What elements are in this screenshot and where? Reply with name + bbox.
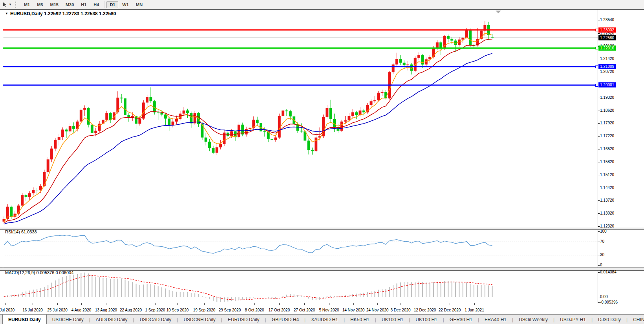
macd-histogram-bar xyxy=(371,291,371,297)
macd-histogram-bar xyxy=(385,289,386,297)
macd-histogram-bar xyxy=(202,296,203,297)
symbol-tab-gbpusd-h4[interactable]: GBPUSD H4 xyxy=(266,315,304,324)
symbol-tab-china300-h1[interactable]: CHINA300 H1 xyxy=(628,315,644,324)
macd-histogram-bar xyxy=(99,277,100,297)
candle-body xyxy=(72,126,75,129)
symbol-tab-xauusd-h1[interactable]: XAUUSD H1 xyxy=(306,315,344,324)
date-axis-tick xyxy=(304,303,305,305)
macd-histogram-bar xyxy=(408,282,408,297)
price-axis-label: 1.14420 xyxy=(600,186,614,190)
macd-histogram-bar xyxy=(492,286,493,297)
price-axis-label: 1.23540 xyxy=(600,18,614,22)
candle-body xyxy=(58,137,60,140)
rsi-axis-label: 0 xyxy=(600,263,602,267)
macd-histogram-bar xyxy=(33,289,34,297)
rsi-axis-label: 100 xyxy=(600,229,607,233)
symbol-tab-uk100-h1[interactable]: UK100 H1 xyxy=(376,315,409,324)
macd-histogram-bar xyxy=(305,297,306,297)
macd-histogram-bar xyxy=(216,297,217,302)
collapse-triangle-icon[interactable]: ▼ xyxy=(5,12,8,15)
candle-body xyxy=(94,131,97,133)
macd-histogram-bar xyxy=(235,297,236,301)
level-line-anchor xyxy=(595,47,598,49)
candle-body xyxy=(50,149,53,160)
price-axis-label: 1.17220 xyxy=(600,134,614,138)
candle-body xyxy=(150,97,152,101)
candle-body xyxy=(36,190,38,190)
price-axis-label: 1.12320 xyxy=(600,224,614,228)
macd-histogram-bar xyxy=(117,278,118,297)
candle-body xyxy=(120,98,123,98)
candle-body xyxy=(417,55,420,58)
chart-shift-marker-icon xyxy=(496,11,501,13)
candle-body xyxy=(399,59,402,62)
date-axis-label: 7 Jul 2020 xyxy=(0,308,15,312)
macd-histogram-bar xyxy=(411,282,412,297)
symbol-tab-eurusd-daily[interactable]: EURUSD Daily xyxy=(222,315,265,324)
price-axis-label: 1.17920 xyxy=(600,121,614,125)
macd-histogram-bar xyxy=(147,284,148,297)
macd-histogram-bar xyxy=(474,285,474,297)
symbol-tab-audusd-daily[interactable]: AUDUSD Daily xyxy=(90,315,133,324)
macd-histogram-bar xyxy=(102,278,103,297)
candle-body xyxy=(32,190,35,193)
macd-indicator-label: MACD(12,26,9) 0.005376 0.006004 xyxy=(5,270,73,275)
macd-histogram-bar xyxy=(22,292,23,297)
macd-histogram-bar xyxy=(396,284,397,297)
price-axis-tick xyxy=(598,149,600,149)
symbol-tab-usoil-weekly[interactable]: USOil Weekly xyxy=(513,315,553,324)
date-axis-label: 10 Sep 2020 xyxy=(166,308,189,312)
candle-body xyxy=(377,93,380,100)
price-chart-canvas[interactable] xyxy=(0,0,644,324)
candle-body xyxy=(333,119,336,127)
date-axis-tick xyxy=(353,303,354,305)
symbol-tab-hk50-h1[interactable]: HK50 H1 xyxy=(345,315,375,324)
price-axis-tick xyxy=(598,98,600,98)
symbol-tab-usdcad-daily[interactable]: USDCAD Daily xyxy=(134,315,177,324)
macd-histogram-bar xyxy=(378,290,379,297)
rsi-axis-label: 70 xyxy=(600,239,604,244)
macd-histogram-bar xyxy=(488,286,489,297)
symbol-tab-usdcnh-daily[interactable]: USDCNH Daily xyxy=(178,315,221,324)
candle-body xyxy=(450,39,453,41)
candle-body xyxy=(340,122,343,131)
macd-histogram-bar xyxy=(477,285,478,297)
candle-body xyxy=(168,118,170,126)
date-axis-label: 22 Aug 2020 xyxy=(120,308,142,312)
symbol-tab-bar: EURUSD DailyUSDCHF Daily|AUDUSD Daily|US… xyxy=(0,314,644,324)
macd-histogram-bar xyxy=(161,287,162,297)
date-axis-tick xyxy=(377,303,378,305)
symbol-tab-ger30-h1[interactable]: GER30 H1 xyxy=(444,315,478,324)
symbol-tab-uk100-h1[interactable]: UK100 H1 xyxy=(410,315,443,324)
macd-histogram-bar xyxy=(283,296,284,297)
candle-body xyxy=(161,113,163,115)
candle-body xyxy=(175,119,178,122)
macd-histogram-bar xyxy=(459,282,459,297)
candle-body xyxy=(300,131,303,131)
macd-histogram-bar xyxy=(220,297,221,302)
symbol-tab-eurusd-daily[interactable]: EURUSD Daily xyxy=(2,315,47,324)
candle-body xyxy=(263,131,266,132)
rsi-level-line-30 xyxy=(3,255,598,255)
macd-histogram-bar xyxy=(481,285,482,297)
candle-body xyxy=(351,112,354,116)
macd-histogram-bar xyxy=(55,280,56,297)
candle-body xyxy=(278,116,281,138)
symbol-tab-usdchf-daily[interactable]: USDCHF Daily xyxy=(47,315,89,324)
macd-histogram-bar xyxy=(70,275,70,297)
macd-histogram-bar xyxy=(338,296,338,297)
level-price-badge: 1.21009 xyxy=(598,64,616,69)
symbol-tab-usdjpy-h1[interactable]: USDJPY H1 xyxy=(554,315,591,324)
macd-histogram-bar xyxy=(463,283,463,297)
candle-body xyxy=(102,120,104,124)
candle-body xyxy=(491,37,494,38)
price-axis-label: 1.16520 xyxy=(600,147,614,151)
symbol-tab-fra40-h1[interactable]: FRA40 H1 xyxy=(479,315,512,324)
price-axis-tick xyxy=(598,226,600,227)
macd-histogram-bar xyxy=(238,297,239,300)
date-axis-label: 1 Jan 2021 xyxy=(465,308,484,312)
macd-axis-tick xyxy=(598,272,600,273)
candle-body xyxy=(105,113,108,120)
rsi-axis-label: 30 xyxy=(600,253,604,257)
symbol-tab-dj30-daily[interactable]: DJ30 Daily xyxy=(593,315,626,324)
